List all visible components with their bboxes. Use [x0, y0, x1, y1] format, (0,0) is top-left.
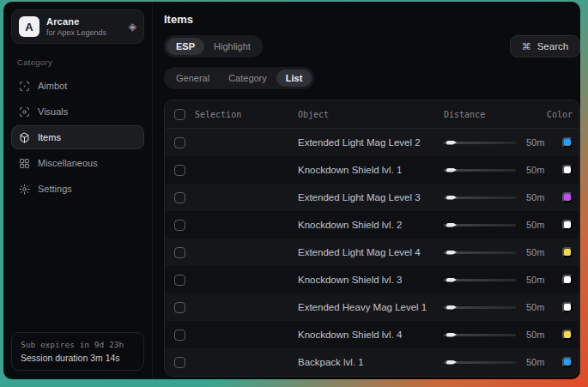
tab-highlight[interactable]: Highlight [204, 38, 260, 55]
table-row: Extended Light Mag Level 2 50m [165, 129, 579, 156]
distance-slider[interactable] [444, 330, 516, 340]
row-checkbox[interactable] [174, 275, 185, 286]
grid-icon [19, 158, 30, 169]
controls-row: ESPHighlight ⌘ Search [164, 35, 580, 57]
distance-value: 50m [526, 165, 544, 175]
table-header: Selection Object Distance Color [165, 100, 579, 129]
color-swatch[interactable] [562, 137, 573, 148]
row-checkbox[interactable] [174, 247, 185, 258]
row-checkbox[interactable] [174, 330, 185, 341]
distance-value: 50m [526, 302, 544, 312]
tab-category[interactable]: Category [219, 70, 276, 87]
sidebar-item-label: Miscellaneous [38, 158, 98, 168]
gem-icon[interactable]: ◈ [129, 21, 136, 32]
mode-tabs: ESPHighlight [164, 35, 263, 57]
object-name: Knockdown Shield lvl. 2 [298, 220, 444, 230]
distance-value: 50m [526, 275, 544, 285]
crosshair-icon [19, 81, 30, 92]
sidebar-item-miscellaneous[interactable]: Miscellaneous [11, 151, 144, 175]
object-name: Extended Light Mag Level 3 [298, 192, 444, 203]
tab-esp[interactable]: ESP [167, 38, 204, 55]
color-swatch[interactable] [562, 357, 573, 367]
package-icon [19, 132, 30, 143]
color-swatch[interactable] [562, 220, 573, 230]
app-window: A Arcane for Apex Legends ◈ Category Aim… [3, 2, 580, 379]
sidebar-spacer [11, 201, 144, 332]
table-row: Extended Light Mag Level 3 50m [165, 184, 579, 211]
distance-slider[interactable] [444, 220, 516, 230]
row-checkbox[interactable] [174, 165, 185, 176]
row-checkbox[interactable] [174, 137, 185, 148]
object-name: Knockdown Shield lvl. 1 [298, 165, 444, 175]
color-swatch[interactable] [562, 192, 573, 203]
category-label: Category [17, 57, 144, 67]
distance-value: 50m [526, 192, 544, 203]
distance-value: 50m [526, 137, 544, 148]
color-swatch[interactable] [562, 275, 573, 285]
sidebar-item-visuals[interactable]: Visuals [11, 100, 144, 124]
sidebar-item-aimbot[interactable]: Aimbot [11, 74, 144, 98]
session-card: Sub expires in 9d 23h Session duration 3… [11, 332, 144, 371]
search-label: Search [537, 41, 568, 51]
distance-value: 50m [526, 220, 544, 230]
select-all-checkbox[interactable] [174, 109, 185, 120]
row-checkbox[interactable] [174, 220, 185, 231]
table-row: Knockdown Shield lvl. 1 50m [165, 156, 579, 184]
table-row: Backpack lvl. 1 50m [165, 348, 579, 376]
main-panel: Items ESPHighlight ⌘ Search GeneralCateg… [153, 2, 580, 379]
sidebar-item-label: Items [38, 132, 61, 142]
distance-slider[interactable] [444, 357, 516, 367]
table-body: Extended Light Mag Level 2 50m Knockdown… [165, 129, 579, 376]
color-swatch[interactable] [562, 302, 573, 312]
distance-slider[interactable] [444, 302, 516, 312]
table-row: Extended Heavy Mag Level 1 50m [165, 293, 579, 321]
table-row: Knockdown Shield lvl. 4 50m [165, 321, 579, 348]
row-checkbox[interactable] [174, 192, 185, 203]
column-distance: Distance [444, 110, 547, 119]
table-row: Knockdown Shield lvl. 3 50m [165, 266, 579, 293]
tab-list[interactable]: List [276, 70, 312, 87]
object-name: Knockdown Shield lvl. 3 [298, 275, 444, 285]
view-tabs-row: GeneralCategoryList [164, 67, 580, 89]
object-name: Backpack lvl. 1 [298, 357, 444, 367]
sidebar-item-settings[interactable]: Settings [11, 177, 144, 201]
table-row: Knockdown Shield lvl. 2 50m [165, 211, 579, 239]
distance-slider[interactable] [444, 247, 516, 257]
view-tabs: GeneralCategoryList [164, 67, 314, 89]
row-checkbox[interactable] [174, 302, 185, 313]
distance-value: 50m [526, 247, 544, 257]
search-button[interactable]: ⌘ Search [510, 35, 580, 57]
page-title: Items [164, 13, 580, 26]
column-selection: Selection [195, 110, 241, 119]
scan-eye-icon [19, 106, 30, 118]
table-row: Extended Light Mag Level 4 50m [165, 239, 579, 266]
distance-slider[interactable] [444, 275, 516, 285]
row-checkbox[interactable] [174, 357, 185, 368]
sidebar-item-label: Settings [38, 184, 72, 194]
sidebar-nav: Aimbot Visuals Items Miscellaneous Setti… [11, 74, 144, 201]
distance-slider[interactable] [444, 165, 516, 175]
items-table: Selection Object Distance Color Extended… [164, 100, 580, 377]
object-name: Extended Light Mag Level 4 [298, 247, 444, 257]
app-logo: A [19, 16, 39, 37]
object-name: Extended Heavy Mag Level 1 [298, 302, 444, 312]
sidebar-item-label: Aimbot [38, 81, 67, 91]
column-color: Color [547, 110, 579, 119]
distance-slider[interactable] [444, 192, 516, 203]
distance-value: 50m [526, 357, 544, 367]
color-swatch[interactable] [562, 165, 573, 175]
gear-icon [19, 184, 30, 195]
color-swatch[interactable] [562, 330, 573, 340]
distance-slider[interactable] [444, 137, 516, 148]
app-logo-card: A Arcane for Apex Legends ◈ [11, 9, 144, 44]
sidebar: A Arcane for Apex Legends ◈ Category Aim… [3, 2, 153, 379]
tab-general[interactable]: General [167, 70, 219, 87]
sub-expires-text: Sub expires in 9d 23h [21, 340, 135, 349]
column-object: Object [298, 110, 444, 119]
color-swatch[interactable] [562, 247, 573, 257]
sidebar-item-items[interactable]: Items [11, 125, 144, 149]
object-name: Knockdown Shield lvl. 4 [298, 330, 444, 340]
command-icon: ⌘ [522, 42, 531, 51]
session-duration-text: Session duration 3m 14s [21, 353, 135, 363]
distance-value: 50m [526, 330, 544, 340]
